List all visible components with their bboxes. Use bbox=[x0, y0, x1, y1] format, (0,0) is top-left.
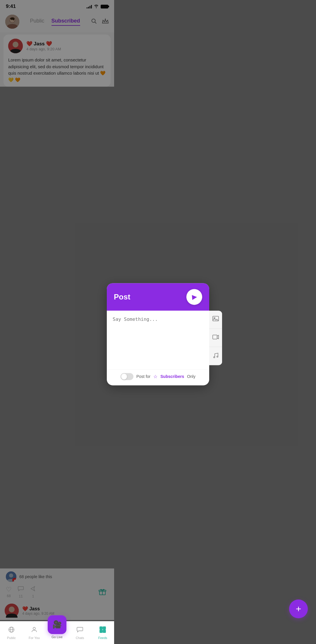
overlay[interactable] bbox=[0, 0, 114, 232]
